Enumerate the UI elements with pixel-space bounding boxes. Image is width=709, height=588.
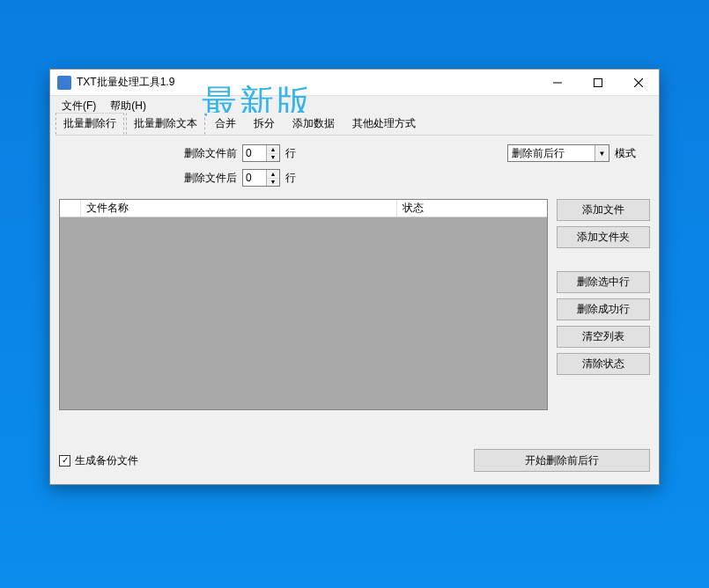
backup-checkbox[interactable]: ✓ 生成备份文件: [59, 453, 138, 468]
clear-list-button[interactable]: 清空列表: [557, 326, 650, 348]
tabstrip: 批量删除行 批量删除文本 合并 拆分 添加数据 其他处理方式: [50, 115, 659, 135]
mode-value: 删除前后行: [508, 146, 595, 161]
table-header: 文件名称 状态: [60, 200, 547, 217]
add-file-button[interactable]: 添加文件: [557, 199, 650, 221]
table-col-filename[interactable]: 文件名称: [81, 200, 397, 217]
file-table[interactable]: 文件名称 状态: [59, 199, 548, 410]
maximize-button[interactable]: [578, 70, 618, 95]
close-button[interactable]: [618, 70, 659, 95]
settings-row-2: 删除文件后 ▲ ▼ 行: [50, 165, 659, 195]
tab-merge[interactable]: 合并: [207, 113, 244, 135]
titlebar[interactable]: TXT批量处理工具1.9: [50, 70, 659, 96]
backup-checkbox-label: 生成备份文件: [75, 453, 138, 468]
table-col-status[interactable]: 状态: [397, 200, 547, 217]
chevron-down-icon[interactable]: ▼: [595, 145, 609, 161]
app-window: TXT批量处理工具1.9 文件(F) 帮助(H) 最新版 批量删除行 批量删除文…: [49, 69, 660, 485]
delete-before-label: 删除文件前: [184, 146, 237, 161]
delete-before-input[interactable]: [243, 145, 266, 161]
window-title: TXT批量处理工具1.9: [77, 75, 174, 90]
tab-content: 删除文件前 ▲ ▼ 行 删除前后行 ▼ 模式 删: [50, 136, 659, 484]
tab-split[interactable]: 拆分: [246, 113, 283, 135]
clear-status-button[interactable]: 清除状态: [557, 353, 650, 375]
start-button[interactable]: 开始删除前后行: [474, 449, 650, 472]
mode-label: 模式: [615, 146, 636, 161]
window-controls: [537, 70, 659, 95]
delete-selected-button[interactable]: 删除选中行: [557, 271, 650, 293]
delete-success-button[interactable]: 删除成功行: [557, 298, 650, 320]
tab-batch-delete-text[interactable]: 批量删除文本: [126, 113, 205, 135]
tab-other-processing[interactable]: 其他处理方式: [344, 113, 424, 135]
tab-batch-delete-lines[interactable]: 批量删除行: [55, 113, 124, 135]
spinner-down-icon[interactable]: ▼: [267, 154, 279, 162]
delete-before-spinner[interactable]: ▲ ▼: [242, 144, 280, 162]
mode-combobox[interactable]: 删除前后行 ▼: [507, 144, 609, 162]
minimize-button[interactable]: [537, 70, 578, 95]
add-folder-button[interactable]: 添加文件夹: [557, 226, 650, 248]
spinner-up-icon[interactable]: ▲: [267, 170, 279, 179]
checkbox-box[interactable]: ✓: [59, 455, 70, 467]
spinner-up-icon[interactable]: ▲: [267, 145, 279, 154]
lines-unit-1: 行: [285, 146, 296, 161]
lines-unit-2: 行: [285, 171, 296, 186]
delete-after-input[interactable]: [243, 170, 266, 186]
settings-row-1: 删除文件前 ▲ ▼ 行 删除前后行 ▼ 模式: [50, 136, 659, 165]
delete-after-spinner[interactable]: ▲ ▼: [242, 169, 280, 187]
delete-after-label: 删除文件后: [184, 171, 237, 186]
table-col-blank[interactable]: [60, 200, 81, 217]
svg-rect-1: [595, 78, 602, 86]
tab-add-data[interactable]: 添加数据: [284, 113, 343, 135]
table-body[interactable]: [60, 217, 547, 409]
spinner-down-icon[interactable]: ▼: [267, 179, 279, 187]
app-icon: [57, 76, 71, 90]
footer: ✓ 生成备份文件 开始删除前后行: [50, 437, 659, 484]
main-area: 文件名称 状态 添加文件 添加文件夹 删除选中行 删除成功行 清空列表 清除状态: [50, 195, 659, 437]
side-buttons: 添加文件 添加文件夹 删除选中行 删除成功行 清空列表 清除状态: [557, 199, 650, 437]
